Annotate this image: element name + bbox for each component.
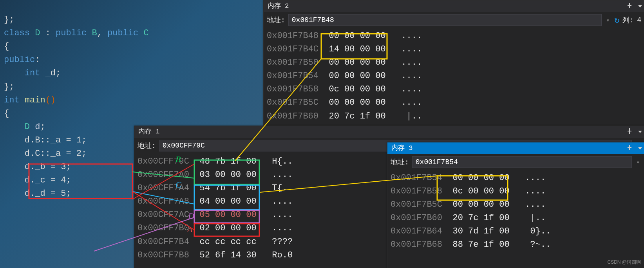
memory1-title: 内存 1 [138,128,159,135]
columns-label: 列: [622,15,634,25]
legend-D: D [188,211,194,221]
refresh-icon[interactable]: ↻ [614,15,619,26]
memory-row: 0x001F7B60 20 7c 1f 00 |.. [391,211,644,225]
close-icon[interactable] [626,128,633,135]
address-label: 地址: [137,141,156,150]
memory-row: 0x001F7B5C 00 00 00 00 .... [267,96,644,109]
legend-C: C [175,180,181,190]
memory1-titlebar[interactable]: 内存 1 [134,126,644,138]
columns-value: 4 [637,16,641,24]
memory3-titlebar[interactable]: 内存 3 [387,142,644,154]
chevron-down-icon[interactable]: ▾ [605,17,611,24]
chevron-down-icon[interactable] [638,147,642,149]
memory3-address-input[interactable] [412,156,632,168]
memory2-titlebar[interactable]: 内存 2 [264,0,644,12]
address-label: 地址: [267,15,285,25]
memory-panel-3: 内存 3 地址: ▾ 0x001F7B54 00 00 00 00 ....0x… [387,142,644,268]
memory-row: 0x001F7B48 00 00 00 00 .... [267,29,644,43]
code-text: }; [4,15,14,25]
memory-row: 0x001F7B64 30 7d 1f 00 0}.. [391,225,644,238]
memory-row: 0x001F7B58 0c 00 00 00 .... [391,185,644,198]
memory-row: 0x001F7B54 00 00 00 00 .... [391,171,644,185]
watermark: CSDN @阿四啊 [607,259,641,266]
memory-panel-2: 内存 2 地址: ▾ ↻ 列: 4 0x001F7B48 00 00 00 00… [263,0,644,126]
memory-row: 0x001F7B4C 14 00 00 00 .... [267,43,644,56]
memory-row: 0x001F7B54 00 00 00 00 .... [267,69,644,83]
memory2-address-input[interactable] [288,14,602,26]
address-label: 地址: [391,157,409,167]
legend-B: B [175,154,181,164]
memory2-title: 内存 2 [268,2,289,10]
memory-row: 0x001F7B60 20 7c 1f 00 |.. [267,110,644,123]
memory3-title: 内存 3 [391,144,412,152]
memory-row: 0x001F7B5C 00 00 00 00 .... [391,198,644,211]
memory-row: 0x001F7B68 88 7e 1f 00 ?~.. [391,238,644,252]
memory3-dump: 0x001F7B54 00 00 00 00 ....0x001F7B58 0c… [387,170,644,254]
close-icon[interactable] [626,145,633,151]
legend-A: A [187,224,192,235]
memory-row: 0x001F7B58 0c 00 00 00 .... [267,83,644,96]
chevron-down-icon[interactable]: ▾ [635,159,641,166]
memory2-dump: 0x001F7B48 00 00 00 00 ....0x001F7B4C 14… [264,28,644,126]
chevron-down-icon[interactable] [638,5,642,7]
close-icon[interactable] [626,3,633,9]
memory-row: 0x001F7B50 00 00 00 00 .... [267,56,644,69]
chevron-down-icon[interactable] [638,131,642,133]
